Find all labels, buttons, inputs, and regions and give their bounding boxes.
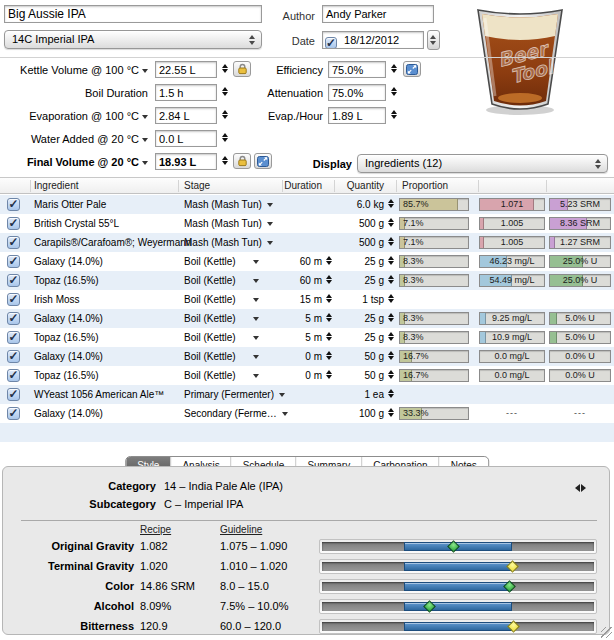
style-select[interactable]: 14C Imperial IPA (4, 30, 262, 49)
quantity-stepper[interactable] (388, 237, 395, 248)
table-row[interactable]: ✓WYeast 1056 American Ale™Primary (Ferme… (0, 385, 614, 404)
date-stepper[interactable] (427, 30, 440, 50)
unit-dropdown-icon[interactable] (142, 69, 148, 73)
ingredient-checkbox[interactable]: ✓ (7, 198, 20, 211)
param-value-field[interactable]: 18.93 L (155, 153, 217, 170)
ingredient-checkbox[interactable]: ✓ (7, 369, 20, 382)
gravity-or-mgl-bar: 0.0 mg/L (479, 369, 545, 382)
param-value-field[interactable]: 22.55 L (155, 61, 217, 78)
quantity-stepper[interactable] (388, 313, 395, 324)
param-stepper[interactable] (391, 110, 398, 121)
table-row[interactable]: ✓Galaxy (14.0%)Boil (Kettle)0 m50 g16.7%… (0, 347, 614, 366)
param-value-field[interactable]: 75.0% (328, 61, 386, 78)
quantity-stepper[interactable] (388, 294, 395, 305)
table-row[interactable]: ✓Topaz (16.5%)Boil (Kettle)0 m50 g16.7%0… (0, 366, 614, 385)
stage-dropdown[interactable]: Boil (Kettle) (184, 328, 259, 347)
stage-dropdown[interactable]: Mash (Mash Tun) (184, 195, 273, 214)
ingredient-checkbox[interactable]: ✓ (7, 274, 20, 287)
table-row[interactable]: ✓Maris Otter PaleMash (Mash Tun)6.0 kg85… (0, 195, 614, 214)
recipe-name-input[interactable]: Big Aussie IPA (4, 5, 262, 23)
param-value-field[interactable]: 1.89 L (328, 107, 386, 124)
ingredient-checkbox[interactable]: ✓ (7, 293, 20, 306)
stage-dropdown[interactable]: Boil (Kettle) (184, 271, 259, 290)
stage-dropdown[interactable]: Boil (Kettle) (184, 347, 259, 366)
ingredient-checkbox[interactable]: ✓ (7, 350, 20, 363)
ingredient-checkbox[interactable]: ✓ (7, 217, 20, 230)
quantity-stepper[interactable] (388, 218, 395, 229)
param-label[interactable]: Kettle Volume @ 100 °C (0, 64, 148, 76)
stage-dropdown[interactable]: Mash (Mash Tun) (184, 233, 273, 252)
display-select[interactable]: Ingredients (12) (357, 154, 608, 173)
scale-icon-button[interactable] (254, 153, 272, 169)
quantity-stepper[interactable] (388, 256, 395, 267)
param-label[interactable]: Final Volume @ 20 °C (0, 156, 148, 168)
unit-dropdown-icon[interactable] (142, 115, 148, 119)
param-value-field[interactable]: 2.84 L (155, 107, 217, 124)
stage-dropdown[interactable]: Boil (Kettle) (184, 309, 259, 328)
unit-dropdown-icon[interactable] (142, 138, 148, 142)
stage-dropdown[interactable]: Mash (Mash Tun) (184, 214, 273, 233)
color-or-utilization-bar: 1.27 SRM (549, 236, 611, 249)
date-label: Date (255, 35, 315, 47)
param-stepper[interactable] (222, 64, 229, 75)
ingredient-checkbox[interactable]: ✓ (7, 331, 20, 344)
metric-label: Alcohol (3, 600, 134, 612)
gauge-track (322, 582, 594, 591)
table-row[interactable]: ✓Galaxy (14.0%)Boil (Kettle)60 m25 g8.3%… (0, 252, 614, 271)
quantity-stepper[interactable] (388, 408, 395, 419)
unit-dropdown-icon[interactable] (142, 161, 148, 165)
stepper-up-icon (391, 87, 397, 91)
stage-dropdown[interactable]: Boil (Kettle) (184, 290, 259, 309)
param-value-field[interactable]: 1.5 h (155, 84, 217, 101)
date-checkbox[interactable]: ✓ (325, 37, 337, 49)
param-stepper[interactable] (391, 87, 398, 98)
table-row[interactable]: ✓Topaz (16.5%)Boil (Kettle)60 m25 g8.3%5… (0, 271, 614, 290)
lock-icon-button[interactable] (233, 153, 251, 169)
quantity-stepper[interactable] (388, 370, 395, 381)
param-label[interactable]: Evaporation @ 100 °C (0, 110, 148, 122)
scale-icon-button[interactable] (403, 61, 421, 77)
resize-grip[interactable] (601, 627, 612, 638)
param-stepper[interactable] (222, 156, 229, 167)
pane-switcher[interactable] (575, 482, 589, 492)
ingredient-checkbox[interactable]: ✓ (7, 312, 20, 325)
ingredient-checkbox[interactable]: ✓ (7, 236, 20, 249)
param-value-field[interactable]: 75.0% (328, 84, 386, 101)
popup-arrows-icon (595, 159, 602, 169)
quantity-stepper[interactable] (388, 275, 395, 286)
param-label-text: Attenuation (267, 87, 323, 99)
duration-value: 5 m (260, 328, 322, 347)
quantity-stepper[interactable] (388, 332, 395, 343)
ingredient-checkbox[interactable]: ✓ (7, 407, 20, 420)
stage-dropdown[interactable]: Boil (Kettle) (184, 252, 259, 271)
metric-label: Bitterness (3, 620, 134, 632)
quantity-stepper[interactable] (388, 389, 395, 400)
author-input[interactable]: Andy Parker (322, 5, 434, 23)
date-field[interactable]: ✓ 18/12/2012 (322, 31, 424, 49)
ingredient-checkbox[interactable]: ✓ (7, 388, 20, 401)
table-row[interactable]: ✓Irish MossBoil (Kettle)15 m1 tsp (0, 290, 614, 309)
param-stepper[interactable] (391, 64, 398, 75)
table-row[interactable]: ✓Galaxy (14.0%)Boil (Kettle)5 m25 g8.3%9… (0, 309, 614, 328)
table-row[interactable]: ✓Topaz (16.5%)Boil (Kettle)5 m25 g8.3%10… (0, 328, 614, 347)
param-label: Evap./Hour (230, 110, 323, 122)
param-stepper[interactable] (222, 110, 229, 121)
table-row[interactable]: ✓Galaxy (14.0%)Secondary (Ferme…100 g33.… (0, 404, 614, 423)
color-or-utilization-empty: --- (549, 407, 611, 420)
metric-guideline-value: 7.5% – 10.0% (220, 600, 289, 612)
param-stepper[interactable] (222, 133, 229, 144)
style-metric-row: Alcohol8.09%7.5% – 10.0% (3, 597, 611, 617)
stage-dropdown[interactable]: Boil (Kettle) (184, 366, 259, 385)
stage-dropdown-arrow-icon (253, 260, 259, 264)
param-label[interactable]: Water Added @ 20 °C (0, 133, 148, 145)
param-stepper[interactable] (222, 87, 229, 98)
table-row[interactable]: ✓British Crystal 55°LMash (Mash Tun)500 … (0, 214, 614, 233)
stage-dropdown[interactable]: Secondary (Ferme… (184, 404, 288, 423)
table-row[interactable]: ✓Carapils®/Carafoam®; WeyermannMash (Mas… (0, 233, 614, 252)
gravity-or-mgl-bar-value: 54.49 mg/L (480, 275, 544, 286)
quantity-stepper[interactable] (388, 199, 395, 210)
ingredient-checkbox[interactable]: ✓ (7, 255, 20, 268)
param-value-field[interactable]: 0.0 L (155, 130, 217, 147)
stage-dropdown[interactable]: Primary (Fermenter) (184, 385, 285, 404)
quantity-stepper[interactable] (388, 351, 395, 362)
